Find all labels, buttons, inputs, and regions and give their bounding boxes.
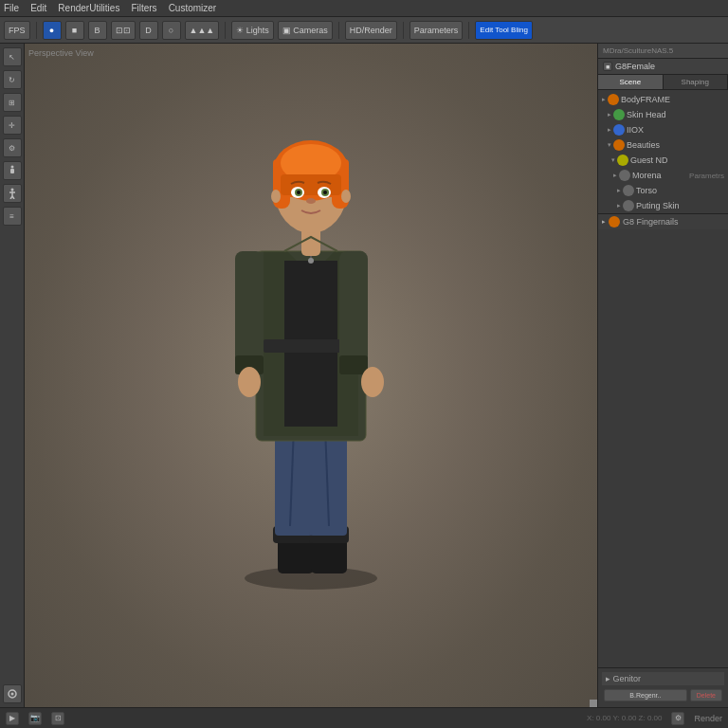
toolbar-node[interactable]: ● xyxy=(43,21,62,40)
tree-item-morena[interactable]: ▸ Morena Parametrs xyxy=(598,168,728,183)
tool-select[interactable]: ↖ xyxy=(3,47,22,66)
status-fps-label: Render xyxy=(694,714,722,723)
tree-icon-guestnd xyxy=(617,155,628,166)
tree-icon-putingskin xyxy=(623,200,634,211)
svg-point-49 xyxy=(341,190,351,203)
panel-tabs: Scene Shaping xyxy=(598,75,728,90)
tree-item-putingskin[interactable]: ▸ Puting Skin xyxy=(598,198,728,213)
tool-anatomy[interactable] xyxy=(3,184,22,203)
svg-rect-1 xyxy=(10,169,14,173)
menu-file[interactable]: File xyxy=(4,3,19,13)
prop-buttons-row: B.Regenr.. Delete xyxy=(602,687,724,703)
toolbar-d[interactable]: D xyxy=(139,21,158,40)
menu-edit[interactable]: Edit xyxy=(30,3,46,13)
viewport-perspective-label: Perspective View xyxy=(28,48,94,58)
toolbar-b[interactable]: B xyxy=(88,21,107,40)
viewport-label: Perspective View xyxy=(28,47,94,58)
viewport-resize-handle[interactable] xyxy=(590,700,597,707)
status-icon-settings[interactable]: ⚙ xyxy=(671,712,684,725)
svg-point-0 xyxy=(10,166,13,169)
toolbar-active-tool[interactable]: Edit Tool Bling xyxy=(475,21,533,40)
viewport[interactable]: Perspective View xyxy=(25,44,597,707)
status-icon-camera[interactable]: 📷 xyxy=(28,712,42,725)
tree-label-torso: Torso xyxy=(636,186,657,195)
tab-scene[interactable]: Scene xyxy=(598,75,664,89)
tree-icon-iiox xyxy=(613,124,625,136)
tree-icon-g8fingernails xyxy=(609,216,620,228)
tool-rotate[interactable]: ↻ xyxy=(3,70,22,89)
svg-point-50 xyxy=(308,258,314,264)
tree-icon-beauties xyxy=(613,139,625,151)
panel-content-header: ■ G8Female xyxy=(598,59,728,75)
prop-section-genitor[interactable]: ▸ Genitor xyxy=(602,672,724,685)
tree-item-guestnd[interactable]: ▾ Guest ND xyxy=(598,153,728,168)
tree-item-torso[interactable]: ▸ Torso xyxy=(598,183,728,198)
sep3 xyxy=(338,22,339,39)
svg-point-46 xyxy=(323,191,327,194)
sep5 xyxy=(468,22,469,39)
right-panel: MDra/ScultureNAS.5 ■ G8Female Scene Shap… xyxy=(597,44,728,707)
tab-shaping[interactable]: Shaping xyxy=(664,75,729,89)
toolbar-cameras[interactable]: ▣ Cameras xyxy=(278,21,333,40)
status-icon-grid[interactable]: ⊡ xyxy=(51,712,64,725)
tool-bottom1[interactable] xyxy=(3,684,22,703)
sep1 xyxy=(36,22,37,39)
tree-section-g8fingernails[interactable]: ▸ G8 Fingernails xyxy=(598,213,728,229)
svg-line-6 xyxy=(12,196,14,199)
status-icon-fps[interactable]: ▶ xyxy=(6,712,19,725)
viewport-content: Perspective View xyxy=(25,44,597,707)
menu-bar: File Edit RenderUtilities Filters Custom… xyxy=(0,0,728,17)
svg-point-2 xyxy=(10,189,13,191)
svg-rect-30 xyxy=(339,355,368,374)
main-area: ↖ ↻ ⊞ ✛ ⚙ ≡ xyxy=(0,44,728,707)
status-coords: X: 0.00 Y: 0.00 Z: 0.00 xyxy=(587,714,662,722)
tree-icon-morena xyxy=(619,170,630,181)
tree-item-skinhead[interactable]: ▸ Skin Head xyxy=(598,107,728,122)
toolbar-parameters[interactable]: Parameters xyxy=(410,21,464,40)
prop-btn-bregenr[interactable]: B.Regenr.. xyxy=(604,689,687,701)
svg-point-31 xyxy=(238,367,261,397)
menu-render-utils[interactable]: RenderUtilities xyxy=(58,3,119,13)
toolbar-render[interactable]: ■ xyxy=(65,21,84,40)
tool-move[interactable]: ✛ xyxy=(3,116,22,135)
toolbar-lights[interactable]: ☀ Lights xyxy=(231,21,274,40)
tree-extra-morena: Parametrs xyxy=(689,172,724,180)
menu-filters[interactable]: Filters xyxy=(131,3,156,13)
tree-icon-g8female xyxy=(608,94,619,105)
panel-icon: ■ xyxy=(603,62,612,71)
sep4 xyxy=(403,22,404,39)
tool-scale[interactable]: ⊞ xyxy=(3,93,22,112)
svg-point-32 xyxy=(361,367,384,397)
tree-label-g8fingernails: G8 Fingernails xyxy=(623,217,679,227)
toolbar-o[interactable]: ○ xyxy=(162,21,181,40)
panel-header-title: MDra/ScultureNAS.5 xyxy=(603,46,673,55)
tree-item-iiox[interactable]: ▸ IIOX xyxy=(598,122,728,137)
panel-header: MDra/ScultureNAS.5 xyxy=(598,44,728,59)
toolbar-hdrender[interactable]: HD/Render xyxy=(345,21,397,40)
tool-figure[interactable] xyxy=(3,161,22,180)
tree-label-putingskin: Puting Skin xyxy=(636,201,680,210)
toolbar-tools1[interactable]: ⊡⊡ xyxy=(111,21,136,40)
tool-extra1[interactable]: ≡ xyxy=(3,207,22,226)
tree-icon-torso xyxy=(623,185,634,196)
tree-label-iiox: IIOX xyxy=(627,125,644,135)
tree-label-beauties: Beauties xyxy=(627,140,660,150)
prop-section-label: ▸ Genitor xyxy=(606,674,641,683)
svg-point-48 xyxy=(271,190,281,203)
tree-label-g8female: BodyFRAME xyxy=(621,95,670,104)
character-area xyxy=(207,104,415,597)
tree-label-skinhead: Skin Head xyxy=(627,110,666,119)
toolbar-fps[interactable]: FPS xyxy=(4,21,30,40)
svg-point-8 xyxy=(10,693,13,696)
svg-point-45 xyxy=(297,191,300,194)
tree-label-morena: Morena xyxy=(632,171,662,180)
tree-item-beauties[interactable]: ▾ Beauties xyxy=(598,137,728,153)
tool-joint[interactable]: ⚙ xyxy=(3,138,22,157)
scene-tree[interactable]: ▸ BodyFRAME ▸ Skin Head ▸ IIOX ▾ Beautie… xyxy=(598,90,728,667)
toolbar-shapes[interactable]: ▲▲▲ xyxy=(185,21,220,40)
menu-customizer[interactable]: Customizer xyxy=(169,3,217,13)
tree-label-guestnd: Guest ND xyxy=(630,155,668,165)
tree-item-g8female[interactable]: ▸ BodyFRAME xyxy=(598,92,728,107)
prop-btn-delete[interactable]: Delete xyxy=(690,689,722,701)
properties-panel: ▸ Genitor B.Regenr.. Delete xyxy=(598,667,728,707)
